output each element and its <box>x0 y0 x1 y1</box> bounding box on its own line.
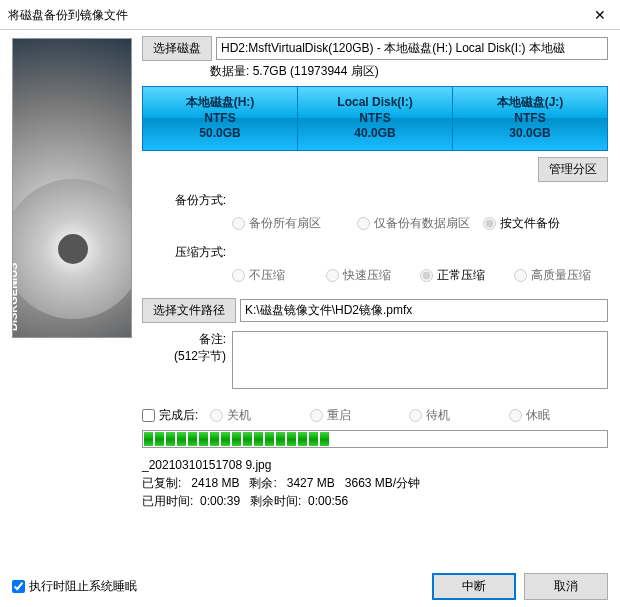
stop-button[interactable]: 中断 <box>432 573 516 600</box>
backup-mode-label: 备份方式: <box>142 192 232 209</box>
compress-fast-radio: 快速压缩 <box>326 267 420 284</box>
status-area: _20210310151708 9.jpg 已复制: 2418 MB 剩余: 3… <box>142 456 608 510</box>
disk-info: HD2:MsftVirtualDisk(120GB) - 本地磁盘(H:) Lo… <box>216 37 608 60</box>
select-path-button[interactable]: 选择文件路径 <box>142 298 236 323</box>
compress-label: 压缩方式: <box>142 244 232 261</box>
brand-text: DISKGENIUS <box>12 263 19 331</box>
after-checkbox[interactable]: 完成后: <box>142 407 198 424</box>
remark-label: 备注: <box>142 331 226 348</box>
after-standby-radio: 待机 <box>409 407 508 424</box>
compress-high-radio: 高质量压缩 <box>514 267 608 284</box>
after-sleep-radio: 休眠 <box>509 407 608 424</box>
after-shutdown-radio: 关机 <box>210 407 309 424</box>
backup-all-radio: 备份所有扇区 <box>232 215 357 232</box>
select-disk-button[interactable]: 选择磁盘 <box>142 36 212 61</box>
current-file: _20210310151708 9.jpg <box>142 456 608 474</box>
cancel-button[interactable]: 取消 <box>524 573 608 600</box>
partition-map[interactable]: 本地磁盘(H:) NTFS 50.0GB Local Disk(I:) NTFS… <box>142 86 608 151</box>
path-value: K:\磁盘镜像文件\HD2镜像.pmfx <box>240 299 608 322</box>
remark-limit: (512字节) <box>142 348 226 365</box>
progress-bar <box>142 430 608 448</box>
backup-data-radio: 仅备份有数据扇区 <box>357 215 482 232</box>
backup-file-radio: 按文件备份 <box>483 215 608 232</box>
after-reboot-radio: 重启 <box>310 407 409 424</box>
data-quantity: 数据量: 5.7GB (11973944 扇区) <box>142 61 608 86</box>
titlebar: 将磁盘备份到镜像文件 ✕ <box>0 0 620 30</box>
compress-none-radio: 不压缩 <box>232 267 326 284</box>
disk-image: DISKGENIUS <box>12 38 132 338</box>
partition-item[interactable]: 本地磁盘(J:) NTFS 30.0GB <box>453 87 607 150</box>
remark-textarea[interactable] <box>232 331 608 389</box>
compress-normal-radio: 正常压缩 <box>420 267 514 284</box>
partition-item[interactable]: Local Disk(I:) NTFS 40.0GB <box>298 87 453 150</box>
partition-item[interactable]: 本地磁盘(H:) NTFS 50.0GB <box>143 87 298 150</box>
close-button[interactable]: ✕ <box>580 0 620 30</box>
prevent-sleep-checkbox[interactable]: 执行时阻止系统睡眠 <box>12 578 137 595</box>
window-title: 将磁盘备份到镜像文件 <box>8 0 128 30</box>
sidebar: DISKGENIUS <box>0 30 142 565</box>
manage-partition-button[interactable]: 管理分区 <box>538 157 608 182</box>
